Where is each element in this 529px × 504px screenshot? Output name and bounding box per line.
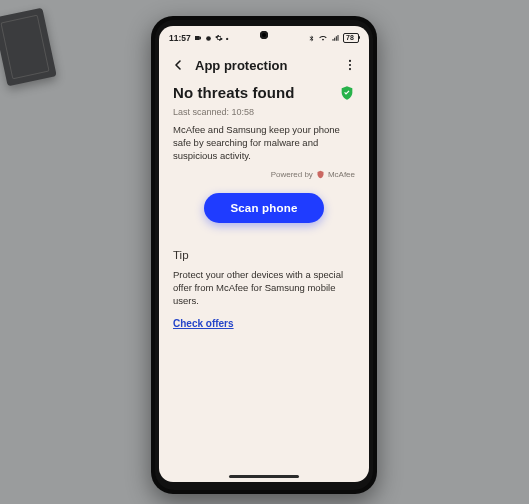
svg-point-0 <box>206 36 211 41</box>
chevron-left-icon <box>170 57 186 73</box>
more-options-button[interactable] <box>341 56 359 74</box>
protection-description: McAfee and Samsung keep your phone safe … <box>173 124 355 162</box>
home-indicator[interactable] <box>229 475 299 478</box>
check-offers-link[interactable]: Check offers <box>173 318 234 329</box>
screen: 11:57 • <box>159 26 369 482</box>
page-title: App protection <box>195 58 333 73</box>
last-scanned-text: Last scanned: 10:58 <box>173 107 355 117</box>
powered-by-row: Powered by McAfee <box>173 170 355 179</box>
scan-phone-button[interactable]: Scan phone <box>204 193 323 223</box>
phone-frame: 11:57 • <box>151 16 377 494</box>
content-area: No threats found Last scanned: 10:58 McA… <box>159 80 369 331</box>
status-heading-row: No threats found <box>173 84 355 101</box>
mcafee-logo-icon <box>316 170 325 179</box>
shield-check-icon <box>339 85 355 101</box>
back-button[interactable] <box>169 56 187 74</box>
tip-section: Tip Protect your other devices with a sp… <box>173 249 355 330</box>
app-bar: App protection <box>159 48 369 80</box>
more-notifications-icon: • <box>226 34 229 43</box>
notification-dot-icon <box>205 35 212 42</box>
signal-icon <box>331 34 340 42</box>
more-vertical-icon <box>343 58 357 72</box>
svg-point-2 <box>349 64 351 66</box>
tip-body: Protect your other devices with a specia… <box>173 269 355 307</box>
background-object <box>0 8 57 87</box>
status-time: 11:57 <box>169 33 191 43</box>
battery-indicator: 78 <box>343 33 359 43</box>
svg-point-1 <box>349 60 351 62</box>
status-heading: No threats found <box>173 84 295 101</box>
battery-level: 78 <box>346 34 354 42</box>
camera-indicator-icon <box>194 34 202 42</box>
scan-button-row: Scan phone <box>173 193 355 223</box>
svg-point-3 <box>349 68 351 70</box>
bluetooth-icon <box>308 34 315 43</box>
tip-heading: Tip <box>173 249 355 261</box>
wifi-icon <box>318 34 328 42</box>
front-camera <box>260 31 268 39</box>
powered-by-label: Powered by <box>271 170 313 179</box>
powered-by-brand: McAfee <box>328 170 355 179</box>
settings-indicator-icon <box>215 34 223 42</box>
